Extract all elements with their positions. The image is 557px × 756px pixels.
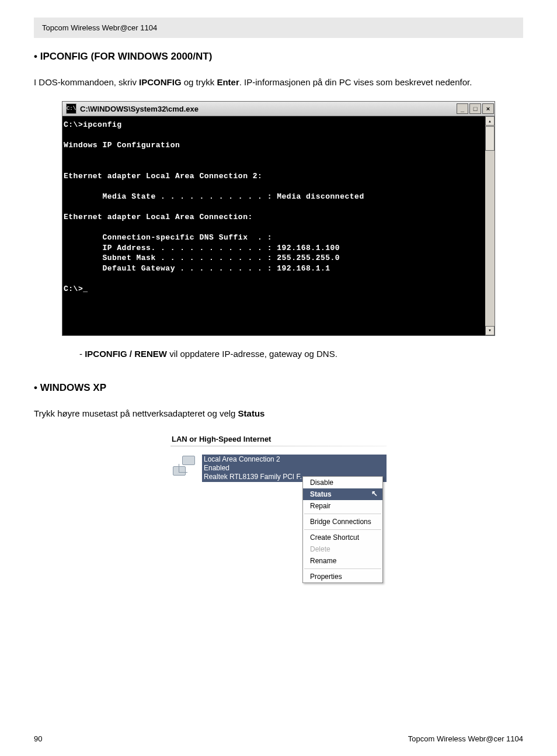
cmd-window-title: C:\WINDOWS\System32\cmd.exe	[80, 105, 456, 113]
cursor-icon: ↖	[371, 489, 378, 498]
section-heading-winxp: • WINDOWS XP	[34, 382, 523, 394]
intro-text: I DOS-kommandoen, skriv	[34, 77, 139, 87]
intro-text: og trykk	[182, 77, 217, 87]
cmd-output: C:\>ipconfig Windows IP Configuration Et…	[62, 116, 485, 335]
lan-divider	[170, 446, 387, 446]
page-number: 90	[34, 734, 42, 743]
renew-prefix: -	[79, 349, 85, 359]
winxp-intro-text: Trykk høyre musetast på nettverksadapter…	[34, 408, 238, 418]
conn-status: Enabled	[204, 464, 385, 473]
cmd-scrollbar[interactable]: ▴ ▾	[485, 116, 495, 335]
maximize-button[interactable]: □	[469, 103, 481, 114]
page-footer: 90 Topcom Wireless Webr@cer 1104	[34, 734, 523, 743]
menu-item-rename[interactable]: Rename	[303, 555, 382, 567]
conn-name: Local Area Connection 2	[204, 455, 385, 464]
menu-separator	[304, 568, 381, 569]
context-menu: Disable Status ↖ Repair Bridge Connectio…	[302, 476, 383, 583]
close-button[interactable]: ×	[482, 103, 494, 114]
menu-item-create-shortcut[interactable]: Create Shortcut	[303, 532, 382, 543]
scroll-up-button[interactable]: ▴	[485, 116, 495, 126]
menu-separator	[304, 514, 381, 514]
header-product: Topcom Wireless Webr@cer 1104	[42, 23, 157, 32]
menu-separator	[304, 529, 381, 530]
menu-item-disable[interactable]: Disable	[303, 477, 382, 488]
winxp-status-bold: Status	[238, 408, 265, 418]
ipconfig-renew-note: - IPCONFIG / RENEW vil oppdatere IP-adre…	[79, 349, 523, 359]
cmd-titlebar[interactable]: C:\ C:\WINDOWS\System32\cmd.exe _ □ ×	[62, 102, 495, 116]
menu-item-bridge[interactable]: Bridge Connections	[303, 516, 382, 528]
scroll-down-button[interactable]: ▾	[485, 326, 495, 335]
lan-panel: LAN or High-Speed Internet Local Area Co…	[170, 432, 387, 583]
renew-bold: IPCONFIG / RENEW	[85, 349, 167, 359]
winxp-intro: Trykk høyre musetast på nettverksadapter…	[34, 408, 523, 419]
intro-enter-bold: Enter	[217, 77, 239, 87]
minimize-button[interactable]: _	[457, 103, 468, 114]
menu-item-properties[interactable]: Properties	[303, 571, 382, 582]
menu-item-repair[interactable]: Repair	[303, 500, 382, 512]
menu-item-delete: Delete	[303, 543, 382, 555]
menu-item-status-label: Status	[310, 490, 332, 498]
scroll-thumb[interactable]	[485, 126, 495, 151]
network-connection-icon[interactable]	[170, 455, 196, 480]
document-header: Topcom Wireless Webr@cer 1104	[34, 18, 523, 38]
intro-ipconfig-bold: IPCONFIG	[139, 77, 182, 87]
footer-product: Topcom Wireless Webr@cer 1104	[408, 734, 523, 743]
intro-text: . IP-informasjonen på din PC vises som b…	[239, 77, 472, 87]
ipconfig-intro: I DOS-kommandoen, skriv IPCONFIG og tryk…	[34, 77, 523, 88]
cmd-window: C:\ C:\WINDOWS\System32\cmd.exe _ □ × C:…	[62, 101, 495, 335]
section-heading-ipconfig: • IPCONFIG (FOR WINDOWS 2000/NT)	[34, 51, 523, 63]
cmd-system-icon[interactable]: C:\	[66, 103, 76, 114]
lan-panel-header: LAN or High-Speed Internet	[170, 432, 387, 446]
menu-item-status[interactable]: Status ↖	[303, 488, 382, 500]
renew-rest: vil oppdatere IP-adresse, gateway og DNS…	[167, 349, 337, 359]
